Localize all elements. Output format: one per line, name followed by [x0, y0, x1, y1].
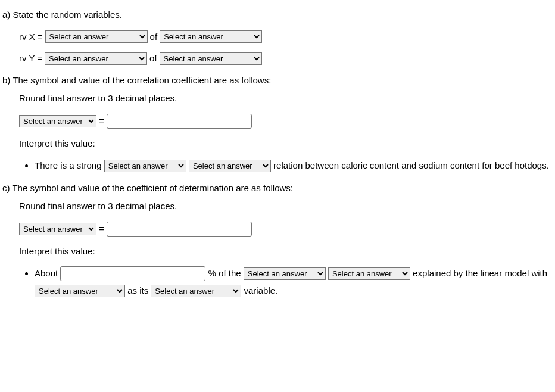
of-label-1: of: [150, 30, 158, 44]
part-a-prompt: a) State the random variables.: [2, 8, 549, 22]
c-about-label: About: [35, 268, 58, 278]
c-value-input[interactable]: [107, 222, 252, 237]
part-b-round: Round final answer to 3 decimal places.: [19, 92, 549, 105]
b-equals: =: [99, 114, 104, 128]
c-interpret-item: About % of the Select an answer Select a…: [35, 265, 549, 299]
rv-x-row: rv X = Select an answer of Select an ans…: [19, 30, 549, 44]
c-interpret-select-4[interactable]: Select an answer: [151, 285, 241, 297]
rv-x-label: rv X =: [19, 30, 43, 44]
b-interpret-select-2[interactable]: Select an answer: [189, 160, 271, 172]
b-strong-prefix: There is a strong: [35, 160, 102, 170]
part-c-symbol-row: Select an answer =: [19, 222, 549, 237]
c-percent-input[interactable]: [60, 266, 205, 281]
c-as-its: as its: [127, 285, 148, 295]
c-interpret-select-2[interactable]: Select an answer: [328, 267, 410, 280]
c-percent-of-the: % of the: [208, 268, 241, 278]
part-b-prompt: b) The symbol and value of the correlati…: [2, 74, 549, 88]
part-c-prompt: c) The symbol and value of the coefficie…: [2, 182, 549, 195]
b-interpret-label: Interpret this value:: [19, 137, 549, 151]
b-interpret-item: There is a strong Select an answer Selec…: [35, 157, 549, 175]
c-interpret-label: Interpret this value:: [19, 245, 549, 259]
part-b-symbol-row: Select an answer =: [19, 114, 549, 129]
of-label-2: of: [149, 52, 157, 66]
rv-y-select-2[interactable]: Select an answer: [160, 52, 262, 65]
c-interpret-select-1[interactable]: Select an answer: [244, 267, 326, 280]
b-strong-suffix: relation between caloric content and sod…: [273, 160, 549, 170]
c-symbol-select[interactable]: Select an answer: [19, 223, 96, 235]
c-explained-by: explained by the linear model with: [413, 268, 547, 278]
c-equals: =: [99, 222, 104, 236]
rv-y-label: rv Y =: [19, 52, 42, 66]
b-symbol-select[interactable]: Select an answer: [19, 115, 96, 127]
c-interpret-select-3[interactable]: Select an answer: [35, 285, 125, 297]
part-c-round: Round final answer to 3 decimal places.: [19, 200, 549, 213]
c-variable-end: variable.: [244, 285, 278, 295]
b-value-input[interactable]: [107, 114, 252, 129]
b-interpret-select-1[interactable]: Select an answer: [104, 160, 186, 172]
rv-x-select-2[interactable]: Select an answer: [160, 30, 262, 43]
rv-y-select-1[interactable]: Select an answer: [45, 52, 147, 65]
rv-x-select-1[interactable]: Select an answer: [45, 30, 148, 43]
rv-y-row: rv Y = Select an answer of Select an ans…: [19, 52, 549, 66]
